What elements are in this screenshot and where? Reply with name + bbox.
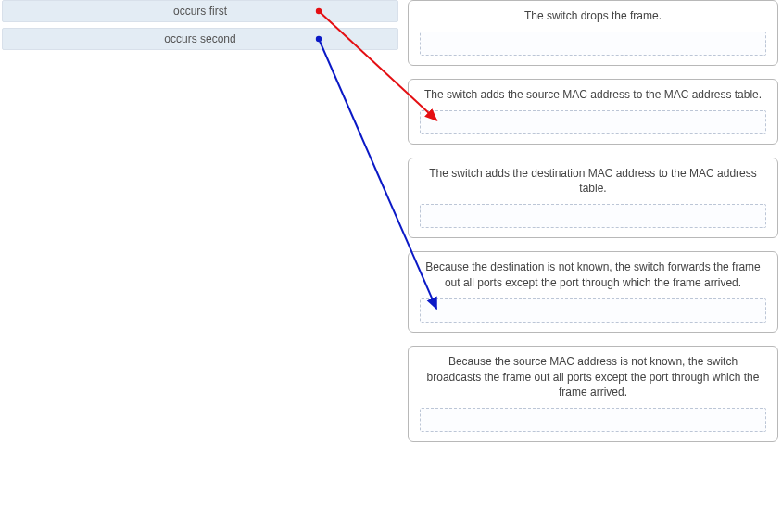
target-label: Because the destination is not known, th… xyxy=(420,260,766,291)
target-box: The switch adds the source MAC address t… xyxy=(408,79,778,145)
drop-zone[interactable] xyxy=(420,204,766,228)
drop-zone[interactable] xyxy=(420,408,766,432)
target-box: The switch drops the frame. xyxy=(408,0,778,66)
target-label: The switch adds the destination MAC addr… xyxy=(420,166,766,197)
target-label: Because the source MAC address is not kn… xyxy=(420,354,766,400)
drop-zone[interactable] xyxy=(420,110,766,134)
target-boxes-column: The switch drops the frame. The switch a… xyxy=(408,0,778,455)
target-label: The switch adds the source MAC address t… xyxy=(420,87,766,103)
source-item[interactable]: occurs first xyxy=(2,0,398,22)
drop-zone[interactable] xyxy=(420,298,766,323)
source-item-label: occurs first xyxy=(173,5,227,18)
target-label: The switch drops the frame. xyxy=(420,8,766,24)
target-box: Because the destination is not known, th… xyxy=(408,251,778,333)
target-box: The switch adds the destination MAC addr… xyxy=(408,158,778,239)
target-box: Because the source MAC address is not kn… xyxy=(408,346,778,442)
source-items-column: occurs first occurs second xyxy=(2,0,398,56)
source-item-label: occurs second xyxy=(164,32,235,45)
drop-zone[interactable] xyxy=(420,32,766,56)
source-item[interactable]: occurs second xyxy=(2,28,398,50)
